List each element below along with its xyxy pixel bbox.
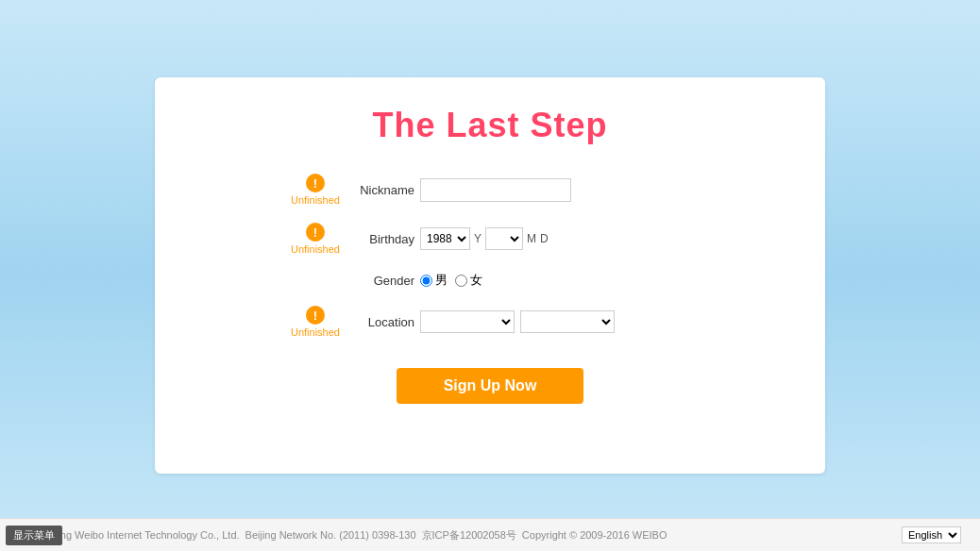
gender-female-radio[interactable] [455,275,467,287]
birthday-controls: 1985 1986 1987 1988 1989 1990 Y 123 456 … [420,227,549,250]
footer-language: English 中文 [902,526,961,543]
birthday-field-area: Birthday 1985 1986 1987 1988 1989 1990 Y… [358,227,698,250]
footer-copyright: Copyright © 2009-2016 WEIBO [522,529,667,541]
form-section: ! Unfinished Nickname ! Unfinished Birth… [193,174,787,404]
birthday-unfinished-label: Unfinished [291,243,340,255]
nickname-label: Nickname [358,183,414,197]
birthday-status-badge: ! Unfinished [282,223,348,255]
page-title: The Last Step [372,106,607,145]
show-menu-button[interactable]: 显示菜单 [6,526,62,545]
gender-field-area: Gender 男 女 [358,272,698,289]
nickname-unfinished-label: Unfinished [291,194,340,206]
location-status-badge: ! Unfinished [282,306,348,338]
gender-options: 男 女 [420,272,482,289]
gender-female-label: 女 [470,272,482,289]
birthday-row: ! Unfinished Birthday 1985 1986 1987 198… [193,223,787,255]
birthday-status-icon: ! [306,223,325,242]
footer-company: Beijing Weibo Internet Technology Co., L… [41,529,240,541]
nickname-field-area: Nickname [358,178,698,202]
gender-male-option[interactable]: 男 [420,272,448,289]
signup-button[interactable]: Sign Up Now [397,368,584,404]
footer: 🌐 Beijing Weibo Internet Technology Co.,… [0,518,980,551]
birthday-month-select[interactable]: 123 456 789 101112 [485,227,523,250]
gender-female-option[interactable]: 女 [455,272,482,289]
gender-row: Gender 男 女 [193,272,787,289]
day-unit: D [540,232,549,245]
footer-left: 🌐 Beijing Weibo Internet Technology Co.,… [19,527,667,543]
birthday-label: Birthday [358,232,414,246]
footer-icp: 京ICP备12002058号 [422,528,516,543]
location-field-area: Location 北京 上海 广东 浙江 东城区 西城区 海淀区 朝阳区 [358,310,698,333]
location-row: ! Unfinished Location 北京 上海 广东 浙江 东城区 西城… [193,306,787,338]
gender-male-label: 男 [435,272,448,289]
footer-network: Beijing Network No. (2011) 0398-130 [245,529,416,541]
nickname-status-icon: ! [306,174,325,192]
location-unfinished-label: Unfinished [291,326,340,338]
language-select[interactable]: English 中文 [902,526,961,543]
location-label: Location [358,315,414,329]
nickname-row: ! Unfinished Nickname [193,174,787,206]
location-status-icon: ! [306,306,325,325]
gender-label: Gender [358,274,414,288]
location-city-select[interactable]: 东城区 西城区 海淀区 朝阳区 [520,310,615,333]
main-card: The Last Step ! Unfinished Nickname ! Un… [155,77,825,474]
birthday-year-select[interactable]: 1985 1986 1987 1988 1989 1990 [420,227,470,250]
nickname-input[interactable] [420,178,571,202]
year-unit: Y [474,232,482,245]
nickname-status-badge: ! Unfinished [282,174,348,206]
gender-male-radio[interactable] [420,275,432,287]
month-unit: M [527,232,536,245]
location-province-select[interactable]: 北京 上海 广东 浙江 [420,310,515,333]
